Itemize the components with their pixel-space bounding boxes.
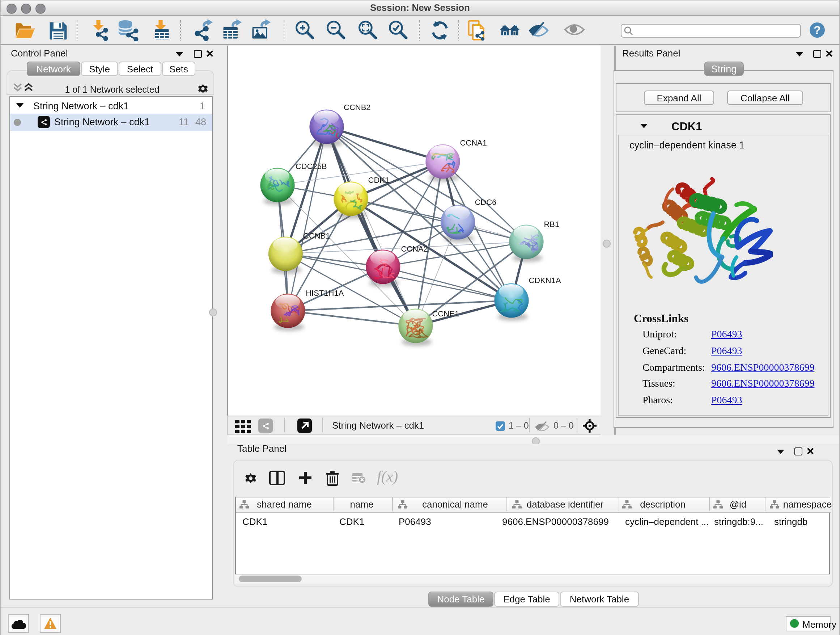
svg-text:CCNA2: CCNA2 (401, 244, 428, 253)
svg-text:CCNA1: CCNA1 (460, 138, 487, 147)
svg-text:HIST1H1A: HIST1H1A (306, 288, 344, 298)
svg-text:CDC25B: CDC25B (295, 162, 327, 171)
svg-text:CCNB2: CCNB2 (344, 103, 371, 112)
svg-text:CDK1: CDK1 (368, 176, 390, 185)
svg-text:CCNE1: CCNE1 (432, 309, 459, 318)
svg-text:CDKN1A: CDKN1A (529, 276, 561, 285)
svg-text:RB1: RB1 (544, 220, 559, 229)
svg-text:CDC6: CDC6 (475, 198, 496, 207)
svg-text:CCNB1: CCNB1 (303, 231, 330, 241)
